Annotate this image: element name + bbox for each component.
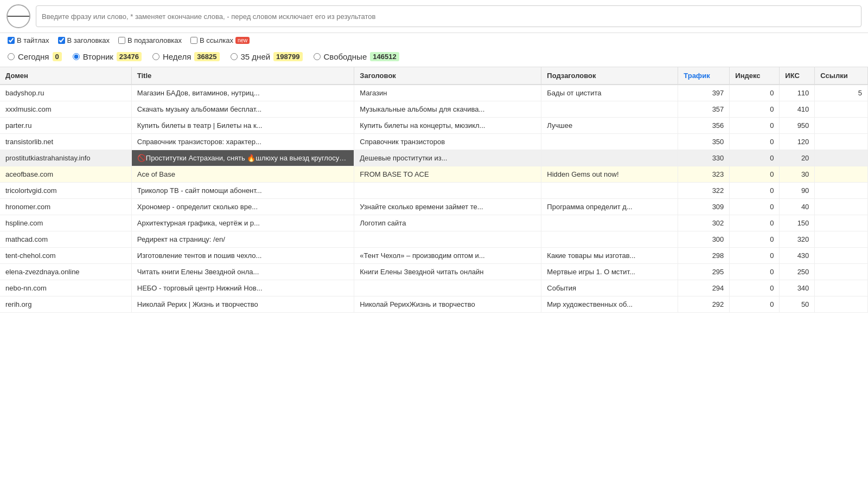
period-tuesday[interactable]: Вторник 23476 [73, 52, 142, 61]
cell-title: Купить билеты в театр | Билеты на к... [131, 118, 354, 134]
cell-subheader [541, 183, 678, 199]
cell-domain: xxxlmusic.com [0, 101, 131, 118]
cell-header [354, 183, 541, 199]
cell-title: Магазин БАДов, витаминов, нутриц... [131, 85, 354, 101]
cell-traffic: 330 [678, 150, 730, 166]
cb-subheaders[interactable] [118, 37, 125, 44]
period-week[interactable]: Неделя 36825 [152, 52, 219, 61]
cell-index: 0 [730, 101, 780, 118]
col-subheader: Подзаголовок [541, 67, 678, 85]
cell-traffic: 298 [678, 248, 730, 264]
period-35days[interactable]: 35 дней 198799 [231, 52, 303, 61]
table-row[interactable]: transistorlib.netСправочник транзисторов… [0, 134, 868, 150]
cb-titles-label[interactable]: В тайтлах [8, 36, 49, 44]
table-row[interactable]: hspline.comАрхитектурная графика, чертёж… [0, 215, 868, 231]
cell-domain: parter.ru [0, 118, 131, 134]
table-row[interactable]: prostitutkiastrahanistay.info🚫Проститутк… [0, 150, 868, 166]
cell-title: Архитектурная графика, чертёж и р... [131, 215, 354, 231]
cell-index: 0 [730, 85, 780, 101]
cell-title: Николай Рерих | Жизнь и творчество [131, 296, 354, 313]
period-free-count: 146512 [370, 52, 399, 61]
cell-traffic: 356 [678, 118, 730, 134]
cell-iks: 50 [780, 296, 815, 313]
col-header: Заголовок [354, 67, 541, 85]
cell-header: Книги Елены Звездной читать онлайн [354, 264, 541, 280]
table-row[interactable]: aceofbase.comAce of BaseFROM BASE TO ACE… [0, 166, 868, 183]
cell-title: Справочник транзисторов: характер... [131, 134, 354, 150]
cell-domain: nebo-nn.com [0, 280, 131, 296]
cell-domain: mathcad.com [0, 231, 131, 248]
cell-subheader [541, 215, 678, 231]
cb-links-label[interactable]: В ссылках new [190, 36, 250, 44]
cell-traffic: 322 [678, 183, 730, 199]
cell-header: FROM BASE TO ACE [354, 166, 541, 183]
cell-title: 🚫Проститутки Астрахани, снять 🔥шлюху на … [131, 150, 354, 166]
cell-title: Читать книги Елены Звездной онла... [131, 264, 354, 280]
cell-index: 0 [730, 248, 780, 264]
cell-domain: tent-chehol.com [0, 248, 131, 264]
cb-links-text: В ссылках [200, 36, 233, 44]
period-free-radio[interactable] [314, 53, 321, 60]
period-today[interactable]: Сегодня 0 [8, 52, 62, 61]
cell-iks: 40 [780, 199, 815, 215]
table-row[interactable]: badyshop.ruМагазин БАДов, витаминов, нут… [0, 85, 868, 101]
data-table-container: Домен Title Заголовок Подзаголовок Трафи… [0, 67, 868, 313]
cell-subheader: Программа определит д... [541, 199, 678, 215]
cb-subheaders-label[interactable]: В подзаголовках [118, 36, 182, 44]
new-badge: new [235, 37, 250, 44]
cell-domain: prostitutkiastrahanistay.info [0, 150, 131, 166]
cell-domain: hspline.com [0, 215, 131, 231]
cell-subheader [541, 231, 678, 248]
cell-iks: 120 [780, 134, 815, 150]
table-header-row: Домен Title Заголовок Подзаголовок Трафи… [0, 67, 868, 85]
cell-subheader: Hidden Gems out now! [541, 166, 678, 183]
table-row[interactable]: tent-chehol.comИзготовление тентов и пош… [0, 248, 868, 264]
cell-index: 0 [730, 118, 780, 134]
period-tuesday-label[interactable]: Вторник [83, 52, 113, 61]
cell-index: 0 [730, 264, 780, 280]
period-today-radio[interactable] [8, 53, 15, 60]
search-input[interactable] [36, 5, 861, 27]
cb-links[interactable] [190, 37, 197, 44]
cb-titles[interactable] [8, 37, 15, 44]
cell-header [354, 280, 541, 296]
cell-iks: 410 [780, 101, 815, 118]
cell-domain: elena-zvezdnaya.online [0, 264, 131, 280]
cb-headers-label[interactable]: В заголовках [58, 36, 110, 44]
cell-index: 0 [730, 134, 780, 150]
cell-domain: rerih.org [0, 296, 131, 313]
cell-index: 0 [730, 150, 780, 166]
cell-domain: tricolortvgid.com [0, 183, 131, 199]
period-today-label[interactable]: Сегодня [18, 52, 49, 61]
period-week-label[interactable]: Неделя [163, 52, 191, 61]
table-row[interactable]: parter.ruКупить билеты в театр | Билеты … [0, 118, 868, 134]
period-tuesday-radio[interactable] [73, 53, 80, 60]
cell-traffic: 309 [678, 199, 730, 215]
table-row[interactable]: mathcad.comРедирект на страницу: /en/300… [0, 231, 868, 248]
cb-subheaders-text: В подзаголовках [127, 36, 182, 44]
cell-links [815, 280, 868, 296]
table-row[interactable]: elena-zvezdnaya.onlineЧитать книги Елены… [0, 264, 868, 280]
table-row[interactable]: tricolortvgid.comТриколор ТВ - сайт помо… [0, 183, 868, 199]
table-row[interactable]: xxxlmusic.comСкачать музыку альбомами бе… [0, 101, 868, 118]
period-free-label[interactable]: Свободные [324, 52, 367, 61]
table-row[interactable]: nebo-nn.comНЕБО - торговый центр Нижний … [0, 280, 868, 296]
table-row[interactable]: hronomer.comХрономер - определит сколько… [0, 199, 868, 215]
cb-headers-text: В заголовках [67, 36, 110, 44]
period-today-count: 0 [53, 52, 62, 61]
period-free[interactable]: Свободные 146512 [314, 52, 399, 61]
cell-links [815, 166, 868, 183]
period-week-radio[interactable] [152, 53, 159, 60]
cb-headers[interactable] [58, 37, 65, 44]
period-35days-label[interactable]: 35 дней [241, 52, 271, 61]
period-35days-radio[interactable] [231, 53, 238, 60]
cell-subheader [541, 150, 678, 166]
cell-links [815, 215, 868, 231]
cell-index: 0 [730, 215, 780, 231]
cell-iks: 320 [780, 231, 815, 248]
menu-button[interactable] [7, 4, 30, 28]
table-row[interactable]: rerih.orgНиколай Рерих | Жизнь и творчес… [0, 296, 868, 313]
cell-domain: hronomer.com [0, 199, 131, 215]
col-traffic[interactable]: Трафик [678, 67, 730, 85]
cell-title: Редирект на страницу: /en/ [131, 231, 354, 248]
